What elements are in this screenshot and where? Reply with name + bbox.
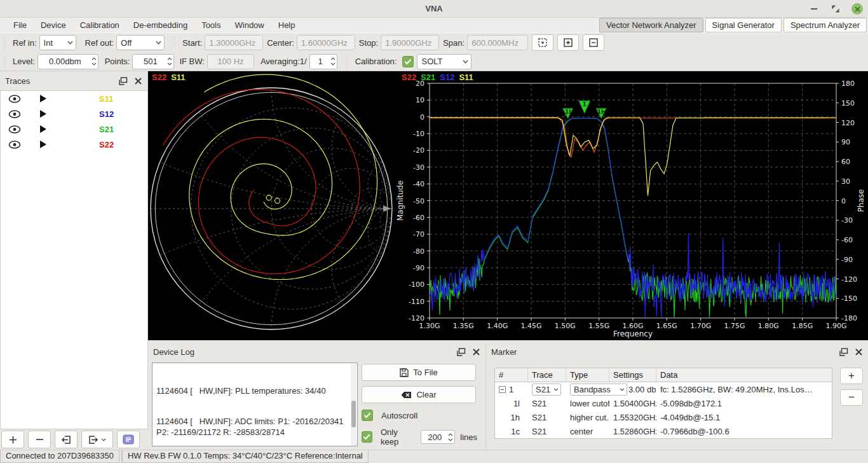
stop-field[interactable]: 1.90000GHz xyxy=(381,35,439,50)
play-marker-icon[interactable] xyxy=(39,140,48,149)
visibility-eye-icon[interactable] xyxy=(8,125,21,134)
visibility-eye-icon[interactable] xyxy=(8,141,21,149)
traces-panel-header: Traces xyxy=(0,71,147,90)
marker-row-1l[interactable]: 1l S21 lower cutoff 1.50400GHz -5.098db@… xyxy=(495,396,832,410)
play-marker-icon[interactable] xyxy=(39,125,48,134)
trace-row-s21[interactable]: S21 xyxy=(1,121,147,137)
float-panel-icon[interactable] xyxy=(119,77,128,85)
center-field[interactable]: 1.60000GHz xyxy=(297,35,355,50)
add-marker-button[interactable]: + xyxy=(840,368,863,384)
remove-trace-button[interactable] xyxy=(28,431,51,448)
smith-chart-legend: S22S11 xyxy=(152,73,190,82)
device-log-text[interactable]: 1124604 [ HW,INF]: PLL temperatures: 34/… xyxy=(152,363,358,446)
marker-settings[interactable]: 1.52860GHz xyxy=(609,427,656,436)
full-span-button[interactable] xyxy=(532,34,553,51)
close-panel-icon[interactable] xyxy=(855,348,863,356)
tab-signal-generator[interactable]: Signal Generator xyxy=(705,18,782,32)
trace-row-s12[interactable]: S12 xyxy=(1,106,147,121)
remove-marker-button[interactable]: − xyxy=(840,389,863,406)
ref-in-label: Ref in: xyxy=(13,38,37,48)
toolbar-drag-handle[interactable] xyxy=(3,55,7,68)
smith-chart-canvas[interactable] xyxy=(148,71,394,340)
log-clear-button[interactable]: Clear xyxy=(362,386,476,403)
import-icon xyxy=(61,435,71,445)
close-button[interactable] xyxy=(851,3,863,15)
marker-settings[interactable]: 1.50400GHz xyxy=(609,399,656,408)
marker-row-1c[interactable]: 1c S21 center 1.52860GHz -0.7966db@-100.… xyxy=(495,424,832,438)
marker-row-1h[interactable]: 1h S21 higher cut… 1.55320GHz -4.049db@-… xyxy=(495,410,832,424)
ifbw-field[interactable]: 100 Hz xyxy=(207,54,254,69)
trace-row-s11[interactable]: S11 xyxy=(1,91,147,106)
menu-file[interactable]: File xyxy=(6,18,34,32)
keep-lines-spinbox[interactable]: 200 xyxy=(421,430,456,444)
tab-spectrum-analyzer[interactable]: Spectrum Analyzer xyxy=(783,18,867,32)
play-marker-icon[interactable] xyxy=(39,109,48,118)
menu-tools[interactable]: Tools xyxy=(194,18,227,32)
log-scrollbar-thumb[interactable] xyxy=(351,401,356,427)
collapse-marker-icon[interactable] xyxy=(499,386,506,393)
import-trace-button[interactable] xyxy=(55,431,78,448)
float-panel-icon[interactable] xyxy=(839,348,848,356)
svg-text:1.40G: 1.40G xyxy=(487,322,508,330)
add-trace-button[interactable] xyxy=(1,431,24,448)
toolbar-drag-handle[interactable] xyxy=(3,36,7,49)
menu-de-embedding[interactable]: De-embedding xyxy=(126,18,194,32)
svg-text:180: 180 xyxy=(841,79,855,88)
menu-device[interactable]: Device xyxy=(34,18,73,32)
export-trace-button[interactable] xyxy=(81,431,113,448)
svg-text:-120: -120 xyxy=(841,275,857,284)
visibility-eye-icon[interactable] xyxy=(8,110,21,118)
zoom-in-button[interactable] xyxy=(557,34,579,51)
level-spinbox[interactable]: 0.00dbm xyxy=(37,54,98,69)
level-label: Level: xyxy=(13,57,35,66)
ref-in-select[interactable]: Int xyxy=(39,35,76,50)
zoom-out-button[interactable] xyxy=(583,34,604,51)
menu-window[interactable]: Window xyxy=(228,18,271,32)
spin-arrows[interactable] xyxy=(448,433,453,441)
log-scrollbar[interactable] xyxy=(351,364,356,446)
spin-arrows[interactable] xyxy=(167,57,172,66)
calibration-select[interactable]: SOLT xyxy=(417,54,471,69)
close-panel-icon[interactable] xyxy=(134,77,142,85)
tab-vector-network-analyzer[interactable]: Vector Network Analyzer xyxy=(599,18,703,32)
only-keep-checkbox[interactable] xyxy=(362,431,372,443)
marker-triangle-1[interactable]: 1 xyxy=(579,100,590,113)
span-field[interactable]: 600.000MHz xyxy=(467,35,528,50)
menu-calibration[interactable]: Calibration xyxy=(73,18,126,32)
trace-row-s22[interactable]: S22 xyxy=(1,137,147,152)
log-to-file-button[interactable]: To File xyxy=(362,364,476,381)
magnitude-phase-canvas[interactable]: 20100-10-20-30-40-50-60-70-80-90-100-110… xyxy=(394,71,868,340)
device-log-panel: Device Log 1124604 [ HW,INF]: PLL temper… xyxy=(148,342,486,450)
spin-arrows[interactable] xyxy=(330,57,336,66)
spin-arrows[interactable] xyxy=(92,57,97,66)
points-spinbox[interactable]: 501 xyxy=(132,54,174,69)
ref-out-select[interactable]: Off xyxy=(116,35,165,50)
svg-text:-90: -90 xyxy=(841,256,853,264)
marker-row-1[interactable]: 1 S21 Bandpass 3.00 db fc: 1.5286GHz, BW… xyxy=(495,382,832,396)
magnitude-phase-chart[interactable]: S22S21S12S11 20100-10-20-30-40-50-60-70-… xyxy=(394,71,868,340)
device-log-toggle-button[interactable] xyxy=(117,431,140,448)
minimize-button[interactable] xyxy=(808,3,820,15)
calibration-checkbox[interactable] xyxy=(402,56,414,67)
restore-button[interactable] xyxy=(830,3,841,15)
visibility-eye-icon[interactable] xyxy=(8,95,21,103)
smith-chart[interactable]: S22S11 xyxy=(148,71,394,340)
float-panel-icon[interactable] xyxy=(457,348,466,356)
svg-text:0: 0 xyxy=(841,197,846,205)
toolbar-drag-handle[interactable] xyxy=(172,36,177,49)
svg-text:1.35G: 1.35G xyxy=(453,322,474,330)
toolbar-drag-handle[interactable] xyxy=(345,55,349,68)
marker-trace-select[interactable]: S21 xyxy=(532,384,561,396)
marker-type-select[interactable]: Bandpass xyxy=(570,384,627,396)
close-panel-icon[interactable] xyxy=(472,348,480,356)
marker-settings[interactable]: 1.55320GHz xyxy=(609,413,656,422)
autoscroll-checkbox[interactable] xyxy=(362,410,373,421)
svg-text:1.70G: 1.70G xyxy=(690,322,711,330)
chevron-down-icon xyxy=(101,438,106,441)
marker-data: -5.098db@172.1 xyxy=(656,399,832,408)
play-marker-icon[interactable] xyxy=(39,94,48,103)
start-field[interactable]: 1.30000GHz xyxy=(205,35,263,50)
menu-help[interactable]: Help xyxy=(271,18,302,32)
averaging-spinbox[interactable]: 1 xyxy=(309,54,337,69)
check-icon xyxy=(404,59,412,65)
